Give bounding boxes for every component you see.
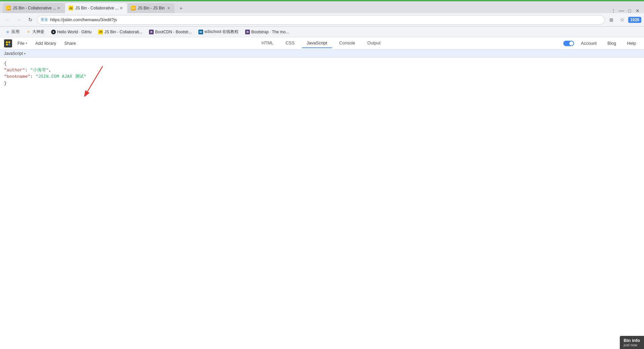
translate-icon[interactable]: ⊞: [607, 15, 616, 25]
browser-tab-3[interactable]: JS JS Bin - JS Bin ✕: [127, 3, 175, 13]
bookmark-dashen[interactable]: ✦ 大神姿: [24, 28, 47, 36]
bookmark-jsbin-label: JS Bin - Collaborati...: [104, 30, 142, 34]
tab-bar: JS JS Bin - Collaborative ... ✕ JS JS Bi…: [0, 1, 644, 13]
help-button[interactable]: Help: [623, 39, 640, 47]
bookmarks-bar: ⊞ 应用 ✦ 大神姿 ● Hello World · GitHu JS JS B…: [0, 27, 644, 37]
bookmark-bootcdn[interactable]: B BootCDN - Bootstr...: [146, 29, 194, 35]
toggle-track[interactable]: [563, 41, 574, 46]
blog-button[interactable]: Blog: [603, 39, 620, 47]
tab-output[interactable]: Output: [363, 38, 385, 48]
bookmark-hello-world[interactable]: ● Hello World · GitHu: [48, 29, 94, 35]
bookmark-jsbin[interactable]: JS JS Bin - Collaborati...: [96, 29, 145, 35]
panel-label: JavaScript: [4, 51, 23, 56]
address-text: https://jsbin.com/hemawu/3/edit?js: [50, 17, 601, 22]
code-key-bookname: "bookname": [4, 74, 30, 79]
tab-console[interactable]: Console: [335, 38, 360, 48]
hello-world-favicon: ●: [51, 30, 56, 34]
code-line-3: "bookname": "JSIN.COM AJAX 测试": [4, 73, 640, 80]
svg-rect-3: [8, 44, 10, 45]
back-button[interactable]: ←: [3, 15, 12, 25]
tab-javascript[interactable]: JavaScript: [302, 38, 332, 48]
code-line-1: {: [4, 60, 640, 67]
bookmark-bootstrap[interactable]: B Bootstrap · The mo...: [242, 29, 292, 35]
bin-info-time: just now: [624, 343, 640, 347]
code-key-author: "author": [4, 68, 25, 73]
file-dropdown-icon: ▾: [26, 41, 27, 45]
bootcdn-favicon: B: [149, 30, 154, 34]
maximize-button[interactable]: □: [627, 8, 632, 13]
account-button[interactable]: Account: [577, 39, 601, 47]
close-button[interactable]: ✕: [635, 8, 640, 13]
tab-favicon-2: JS: [69, 6, 73, 10]
bookmark-bootstrap-label: Bootstrap · The mo...: [251, 30, 289, 34]
run-toggle[interactable]: [563, 41, 574, 46]
tab-title-2: JS Bin - Collaborative ...: [75, 6, 119, 10]
bookmark-apps-label: 应用: [11, 29, 20, 35]
tab-favicon-1: JS: [6, 6, 11, 10]
svg-rect-2: [6, 44, 8, 45]
w3school-favicon: W: [198, 30, 203, 34]
bookmark-hello-world-label: Hello World · GitHu: [57, 30, 91, 34]
file-menu[interactable]: File ▾: [15, 39, 30, 47]
nav-bar: ← → ↻ 安全 https://jsbin.com/hemawu/3/edit…: [0, 13, 644, 27]
tab-close-2[interactable]: ✕: [118, 5, 124, 11]
tab-title-1: JS Bin - Collaborative ...: [13, 6, 56, 10]
browser-tab-1[interactable]: JS JS Bin - Collaborative ... ✕: [3, 3, 65, 13]
bookmark-w3school[interactable]: W w3school 在线教程: [196, 28, 241, 36]
bookmark-dashen-label: 大神姿: [32, 29, 44, 35]
add-library-button[interactable]: Add library: [33, 39, 59, 47]
editor-area: JavaScript ▸ { "author": "小海哥", "booknam…: [0, 49, 644, 349]
javascript-panel: JavaScript ▸ { "author": "小海哥", "booknam…: [0, 49, 644, 349]
tab-favicon-3: JS: [131, 6, 136, 10]
bootstrap-favicon: B: [245, 30, 250, 34]
svg-rect-0: [6, 41, 8, 43]
forward-button[interactable]: →: [14, 15, 24, 25]
share-button[interactable]: Share: [62, 39, 79, 47]
code-value-author: "小海哥": [30, 68, 49, 73]
tab-close-3[interactable]: ✕: [166, 5, 171, 11]
bin-info-panel: Bin info just now: [620, 336, 644, 349]
panel-arrow: ▸: [24, 51, 26, 55]
dashen-favicon: ✦: [26, 30, 31, 34]
jsbin-logo: [4, 39, 12, 47]
add-library-label: Add library: [35, 41, 56, 46]
tab-close-1[interactable]: ✕: [56, 5, 62, 11]
code-line-2: "author": "小海哥",: [4, 67, 640, 74]
jsbin-toolbar: File ▾ Add library Share HTML CSS JavaSc…: [0, 37, 644, 49]
toggle-thumb: [569, 41, 573, 45]
jsbin-bm-favicon: JS: [98, 30, 103, 34]
file-label: File: [17, 41, 25, 46]
bin-info-title: Bin info: [624, 338, 640, 343]
extensions-icon[interactable]: ⋮: [611, 8, 616, 13]
code-value-bookname: "JSIN.COM AJAX 测试": [36, 74, 86, 79]
jsbin-logo-icon: [5, 41, 11, 46]
nav-right-buttons: ⊞ ☆ 1026: [607, 15, 641, 25]
tab-title-3: JS Bin - JS Bin: [138, 6, 166, 10]
svg-rect-1: [8, 41, 10, 43]
code-editor[interactable]: { "author": "小海哥", "bookname": "JSIN.COM…: [0, 58, 644, 349]
code-line-4: }: [4, 80, 640, 87]
reload-button[interactable]: ↻: [26, 15, 35, 25]
minimize-button[interactable]: —: [619, 8, 624, 13]
tab-css[interactable]: CSS: [281, 38, 299, 48]
security-label: 安全: [41, 17, 48, 22]
bookmark-bootcdn-label: BootCDN - Bootstr...: [155, 30, 192, 34]
panel-header: JavaScript ▸: [0, 49, 644, 58]
new-tab-button[interactable]: +: [176, 4, 186, 13]
bookmark-w3school-label: w3school 在线教程: [204, 29, 238, 35]
share-label: Share: [64, 41, 76, 46]
bookmark-icon[interactable]: ☆: [617, 15, 627, 25]
address-bar[interactable]: 安全 https://jsbin.com/hemawu/3/edit?js: [37, 15, 605, 25]
bookmark-apps[interactable]: ⊞ 应用: [3, 28, 22, 36]
apps-favicon: ⊞: [5, 30, 10, 34]
browser-window: JS JS Bin - Collaborative ... ✕ JS JS Bi…: [0, 0, 644, 349]
tab-html[interactable]: HTML: [257, 38, 278, 48]
profile-button[interactable]: 1026: [628, 17, 641, 23]
browser-tab-2[interactable]: JS JS Bin - Collaborative ... ✕: [65, 3, 127, 13]
